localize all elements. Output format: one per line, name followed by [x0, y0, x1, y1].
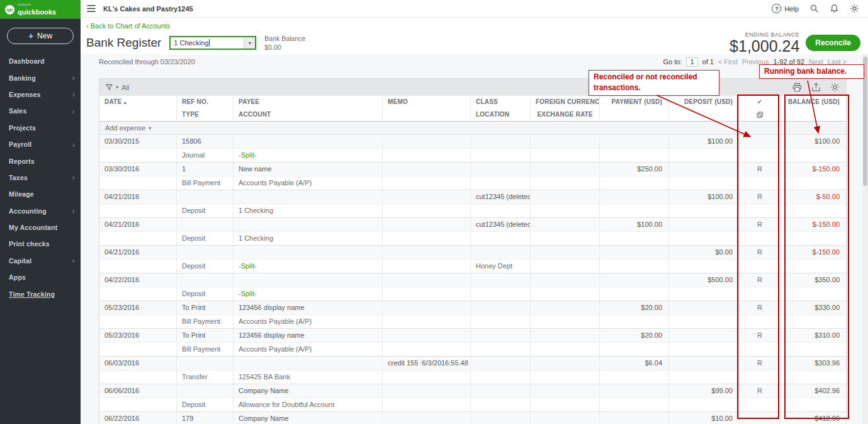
chevron-down-icon[interactable]: ▼: [244, 37, 255, 49]
sidebar-item-dashboard[interactable]: Dashboard: [0, 53, 81, 69]
txn-reconcile-status[interactable]: R: [740, 329, 781, 342]
reconcile-button[interactable]: Reconcile: [806, 35, 860, 51]
help-button[interactable]: ? Help: [772, 4, 799, 13]
txn-deposit: $0.00: [669, 246, 740, 259]
chevron-right-icon: ›: [72, 89, 75, 99]
txn-date: 04/21/2016: [99, 218, 177, 231]
sidebar-item-expenses[interactable]: Expenses›: [0, 86, 81, 103]
settings-gear-icon[interactable]: [850, 4, 859, 13]
first-page-link[interactable]: < First: [718, 58, 738, 66]
txn-ref-no: [177, 273, 234, 287]
hamburger-menu-icon[interactable]: [86, 4, 96, 13]
txn-class: [471, 384, 531, 398]
txn-reconcile-status[interactable]: R: [740, 357, 781, 370]
back-to-chart-of-accounts-link[interactable]: ‹ Back to Chart of Accounts: [86, 22, 170, 30]
empty-cell: [740, 315, 781, 328]
txn-payee: [234, 218, 383, 231]
empty-cell: [781, 149, 846, 162]
transaction-row[interactable]: 04/21/2016cut12345 (deleted)$100.00R$-50…: [99, 190, 846, 218]
col-header-foreign-currency[interactable]: FOREIGN CURRENCY: [531, 96, 600, 108]
txn-reconcile-status[interactable]: [740, 135, 781, 148]
copy-icon[interactable]: [740, 108, 781, 121]
txn-reconcile-status[interactable]: R: [740, 190, 781, 203]
txn-date: 06/22/2016: [99, 412, 177, 424]
sidebar-item-payroll[interactable]: Payroll›: [0, 136, 81, 152]
transaction-row[interactable]: 03/30/20161New name$250.00R$-150.00Bill …: [99, 163, 846, 190]
sidebar-item-capital[interactable]: Capital›: [0, 253, 81, 269]
col-header-payee[interactable]: PAYEE: [234, 96, 383, 108]
transaction-row[interactable]: 04/21/2016$0.00R$-150.00Deposit-Split-Ho…: [99, 246, 846, 273]
transaction-row[interactable]: 03/30/201515806$100.00$100.00Journal-Spl…: [99, 135, 846, 163]
txn-account[interactable]: -Split-: [234, 260, 383, 273]
sidebar-item-banking[interactable]: Banking›: [0, 69, 81, 86]
empty-cell: [781, 260, 846, 273]
filter-menu[interactable]: ▾ All: [106, 84, 129, 91]
txn-reconcile-status[interactable]: R: [740, 218, 781, 231]
transaction-row[interactable]: 06/22/2016179Company Name$10.00$412.96: [99, 412, 846, 424]
add-expense-button[interactable]: Add expense ▾: [99, 122, 846, 135]
account-selector[interactable]: 1 Checking ▼: [169, 36, 256, 50]
col-header-payment[interactable]: PAYMENT (USD): [600, 96, 669, 108]
bank-balance-label: Bank Balance: [264, 35, 305, 42]
col-header-memo[interactable]: MEMO: [383, 96, 471, 108]
col-header-reconcile-check[interactable]: ✓: [740, 96, 781, 108]
txn-exchange-rate: [531, 370, 600, 384]
sidebar-item-label: Apps: [9, 273, 26, 281]
txn-type: Deposit: [177, 232, 234, 245]
col-header-date[interactable]: DATE▲: [99, 96, 177, 108]
transaction-row[interactable]: 04/21/2016cut12345 (deleted)$100.00R$-15…: [99, 218, 846, 246]
chevron-down-icon: ▾: [149, 125, 151, 131]
col-header-location[interactable]: LOCATION: [471, 108, 531, 121]
sidebar-item-reports[interactable]: Reports: [0, 152, 81, 169]
txn-reconcile-status[interactable]: R: [740, 384, 781, 398]
txn-account[interactable]: -Split-: [234, 149, 383, 162]
empty-cell: [383, 204, 471, 217]
txn-date: 06/03/2016: [99, 357, 177, 370]
export-icon[interactable]: [811, 83, 821, 92]
col-header-class[interactable]: CLASS: [471, 96, 531, 108]
sidebar-item-time-tracking[interactable]: Time Tracking: [0, 285, 81, 302]
txn-account[interactable]: -Split-: [234, 287, 383, 301]
print-icon[interactable]: [792, 83, 802, 92]
txn-reconcile-status[interactable]: R: [740, 246, 781, 259]
sidebar-item-taxes[interactable]: Taxes›: [0, 169, 81, 186]
goto-page-input[interactable]: 1: [686, 57, 697, 67]
empty-cell: [781, 370, 846, 384]
empty-cell: [740, 176, 781, 190]
empty-cell: [740, 398, 781, 411]
txn-reconcile-status[interactable]: R: [740, 301, 781, 314]
col-header-exchange-rate[interactable]: EXCHANGE RATE: [531, 108, 600, 121]
vertical-scrollbar[interactable]: [862, 54, 868, 424]
col-header-type[interactable]: TYPE: [177, 108, 234, 121]
notifications-bell-icon[interactable]: [830, 4, 839, 13]
table-settings-gear-icon[interactable]: [830, 83, 840, 92]
txn-ref-no: [177, 218, 234, 231]
empty-cell: [383, 315, 471, 328]
sidebar-item-print-checks[interactable]: Print checks: [0, 236, 81, 252]
col-header-balance[interactable]: BALANCE (USD): [781, 96, 846, 108]
transaction-row[interactable]: 05/23/2016To Print123456 display name$20…: [99, 329, 846, 357]
col-header-account[interactable]: ACCOUNT: [234, 108, 383, 121]
col-header-ref-no[interactable]: REF NO.: [177, 96, 234, 108]
txn-reconcile-status[interactable]: R: [740, 163, 781, 176]
txn-date: 04/21/2016: [99, 246, 177, 259]
sidebar-item-accounting[interactable]: Accounting›: [0, 203, 81, 219]
empty-cell: [600, 108, 669, 121]
search-icon[interactable]: [809, 4, 819, 13]
txn-deposit: [669, 163, 740, 176]
sidebar-item-apps[interactable]: Apps: [0, 269, 81, 285]
sidebar-item-mileage[interactable]: Mileage: [0, 186, 81, 202]
empty-cell: [383, 176, 471, 190]
txn-reconcile-status[interactable]: R: [740, 273, 781, 287]
new-button[interactable]: + New: [7, 28, 74, 44]
txn-reconcile-status[interactable]: [740, 412, 781, 424]
empty-cell: [600, 315, 669, 328]
transaction-row[interactable]: 06/06/2016Company Name$99.00R$402.96Depo…: [99, 384, 846, 412]
transaction-row[interactable]: 06/03/2016credit 155 :6/3/2016:55.48$6.0…: [99, 357, 846, 384]
col-header-deposit[interactable]: DEPOSIT (USD): [669, 96, 740, 108]
transaction-row[interactable]: 04/22/2016$500.00R$350.00Deposit-Split-: [99, 273, 846, 301]
sidebar-item-projects[interactable]: Projects: [0, 120, 81, 136]
sidebar-item-sales[interactable]: Sales›: [0, 103, 81, 119]
transaction-row[interactable]: 05/23/2016To Print123456 display name$20…: [99, 301, 846, 329]
sidebar-item-my-accountant[interactable]: My Accountant: [0, 219, 81, 236]
